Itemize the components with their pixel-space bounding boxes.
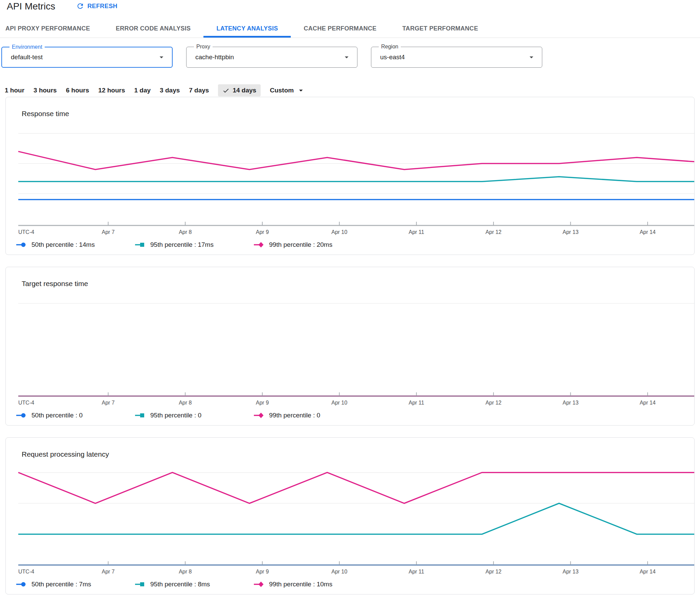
chart-canvas bbox=[6, 290, 694, 397]
chart-canvas bbox=[6, 120, 694, 227]
environment-label: Environment bbox=[10, 44, 45, 50]
x-tick-label: Apr 10 bbox=[332, 229, 347, 235]
legend-label: 50th percentile : 14ms bbox=[32, 241, 95, 248]
legend-label: 95th percentile : 17ms bbox=[150, 241, 213, 248]
chart-legend: 50th percentile : 095th percentile : 099… bbox=[6, 407, 694, 425]
time-range-1-hour[interactable]: 1 hour bbox=[5, 87, 24, 94]
time-range-custom[interactable]: Custom bbox=[270, 86, 305, 95]
legend-item-95th: 95th percentile : 0 bbox=[135, 412, 253, 419]
diamond-marker-icon bbox=[253, 242, 265, 247]
app-header: API Metrics REFRESH bbox=[0, 0, 700, 21]
x-tick-label: Apr 13 bbox=[563, 400, 579, 406]
tab-target-performance[interactable]: TARGET PERFORMANCE bbox=[389, 21, 491, 38]
time-range-3-hours[interactable]: 3 hours bbox=[34, 87, 57, 94]
square-marker-icon bbox=[135, 413, 146, 418]
x-tick-label: Apr 7 bbox=[101, 569, 114, 575]
chart-card-response-time: Response time UTC-4Apr 7Apr 8Apr 9Apr 10… bbox=[5, 97, 695, 255]
time-range-12-hours[interactable]: 12 hours bbox=[98, 87, 125, 94]
tab-api-proxy-performance[interactable]: API PROXY PERFORMANCE bbox=[0, 21, 103, 38]
timezone-label: UTC-4 bbox=[18, 229, 34, 235]
x-tick-label: Apr 8 bbox=[179, 400, 192, 406]
x-tick-label: Apr 14 bbox=[640, 569, 656, 575]
time-range-row: 1 hour3 hours6 hours12 hours1 day3 days7… bbox=[0, 84, 700, 97]
legend-item-95th: 95th percentile : 8ms bbox=[135, 581, 253, 588]
x-tick-label: Apr 10 bbox=[332, 569, 347, 575]
proxy-value: cache-httpbin bbox=[195, 54, 342, 61]
tab-latency-analysis[interactable]: LATENCY ANALYSIS bbox=[204, 21, 291, 38]
time-range-14-days[interactable]: 14 days bbox=[218, 84, 261, 96]
x-tick-label: Apr 8 bbox=[179, 229, 192, 235]
chart-title: Request processing latency bbox=[6, 438, 694, 459]
x-tick-label: Apr 13 bbox=[563, 229, 579, 235]
region-select[interactable]: Region us-east4 bbox=[371, 47, 542, 68]
dropdown-arrow-icon bbox=[297, 86, 305, 95]
diamond-marker-icon bbox=[253, 582, 265, 587]
diamond-marker-icon bbox=[253, 413, 265, 418]
timezone-label: UTC-4 bbox=[18, 400, 34, 406]
legend-label: 95th percentile : 0 bbox=[150, 412, 202, 419]
region-label: Region bbox=[379, 44, 401, 50]
proxy-select[interactable]: Proxy cache-httpbin bbox=[186, 47, 357, 68]
legend-item-50th: 50th percentile : 0 bbox=[16, 412, 135, 419]
x-tick-label: Apr 11 bbox=[409, 229, 424, 235]
time-range-7-days[interactable]: 7 days bbox=[189, 87, 209, 94]
tab-cache-performance[interactable]: CACHE PERFORMANCE bbox=[291, 21, 389, 38]
dropdown-arrow-icon bbox=[342, 53, 351, 62]
circle-marker-icon bbox=[16, 242, 27, 247]
square-marker-icon bbox=[135, 242, 146, 247]
page-title: API Metrics bbox=[7, 1, 55, 12]
chart-card-target-response-time: Target response time UTC-4Apr 7Apr 8Apr … bbox=[5, 267, 695, 425]
chart-title: Response time bbox=[6, 97, 694, 118]
refresh-button[interactable]: REFRESH bbox=[76, 2, 117, 10]
circle-marker-icon bbox=[16, 413, 27, 418]
x-axis-labels: UTC-4Apr 7Apr 8Apr 9Apr 10Apr 11Apr 12Ap… bbox=[6, 566, 694, 576]
legend-item-99th: 99th percentile : 10ms bbox=[253, 581, 372, 588]
time-range-3-days[interactable]: 3 days bbox=[160, 87, 180, 94]
x-tick-label: Apr 9 bbox=[256, 229, 269, 235]
x-tick-label: Apr 11 bbox=[409, 569, 424, 575]
chart-title: Target response time bbox=[6, 267, 694, 288]
chart-legend: 50th percentile : 14ms95th percentile : … bbox=[6, 237, 694, 254]
x-axis-labels: UTC-4Apr 7Apr 8Apr 9Apr 10Apr 11Apr 12Ap… bbox=[6, 397, 694, 407]
legend-item-50th: 50th percentile : 7ms bbox=[16, 581, 135, 588]
legend-item-99th: 99th percentile : 20ms bbox=[253, 241, 372, 248]
x-tick-label: Apr 7 bbox=[101, 400, 114, 406]
chart-card-request-processing-latency: Request processing latency UTC-4Apr 7Apr… bbox=[5, 437, 695, 594]
chart-canvas bbox=[6, 461, 694, 566]
x-tick-label: Apr 12 bbox=[486, 229, 501, 235]
environment-value: default-test bbox=[11, 54, 157, 61]
tab-bar: API PROXY PERFORMANCE ERROR CODE ANALYSI… bbox=[0, 21, 700, 38]
legend-label: 50th percentile : 0 bbox=[32, 412, 82, 419]
circle-marker-icon bbox=[16, 582, 27, 587]
square-marker-icon bbox=[135, 582, 146, 587]
x-tick-label: Apr 10 bbox=[332, 400, 347, 406]
environment-select[interactable]: Environment default-test bbox=[1, 47, 173, 68]
time-range-1-day[interactable]: 1 day bbox=[134, 87, 151, 94]
chart-legend: 50th percentile : 7ms95th percentile : 8… bbox=[6, 576, 694, 594]
timezone-label: UTC-4 bbox=[18, 569, 34, 575]
proxy-label: Proxy bbox=[194, 44, 212, 50]
refresh-label: REFRESH bbox=[87, 3, 117, 10]
x-tick-label: Apr 7 bbox=[101, 229, 114, 235]
legend-label: 99th percentile : 20ms bbox=[269, 241, 333, 248]
x-tick-label: Apr 12 bbox=[486, 569, 501, 575]
dropdown-arrow-icon bbox=[527, 53, 536, 62]
legend-item-99th: 99th percentile : 0 bbox=[253, 412, 372, 419]
region-value: us-east4 bbox=[380, 54, 527, 61]
dropdown-arrow-icon bbox=[157, 53, 166, 62]
refresh-icon bbox=[76, 2, 84, 10]
x-axis-labels: UTC-4Apr 7Apr 8Apr 9Apr 10Apr 11Apr 12Ap… bbox=[6, 227, 694, 237]
legend-label: 99th percentile : 10ms bbox=[269, 581, 333, 588]
legend-label: 99th percentile : 0 bbox=[269, 412, 320, 419]
x-tick-label: Apr 12 bbox=[486, 400, 501, 406]
x-tick-label: Apr 14 bbox=[640, 229, 656, 235]
legend-item-95th: 95th percentile : 17ms bbox=[135, 241, 253, 248]
x-tick-label: Apr 14 bbox=[640, 400, 656, 406]
legend-label: 50th percentile : 7ms bbox=[32, 581, 91, 588]
x-tick-label: Apr 9 bbox=[256, 569, 269, 575]
filters-row: Environment default-test Proxy cache-htt… bbox=[0, 47, 700, 69]
x-tick-label: Apr 11 bbox=[409, 400, 424, 406]
legend-item-50th: 50th percentile : 14ms bbox=[16, 241, 135, 248]
tab-error-code-analysis[interactable]: ERROR CODE ANALYSIS bbox=[103, 21, 204, 38]
time-range-6-hours[interactable]: 6 hours bbox=[66, 87, 89, 94]
